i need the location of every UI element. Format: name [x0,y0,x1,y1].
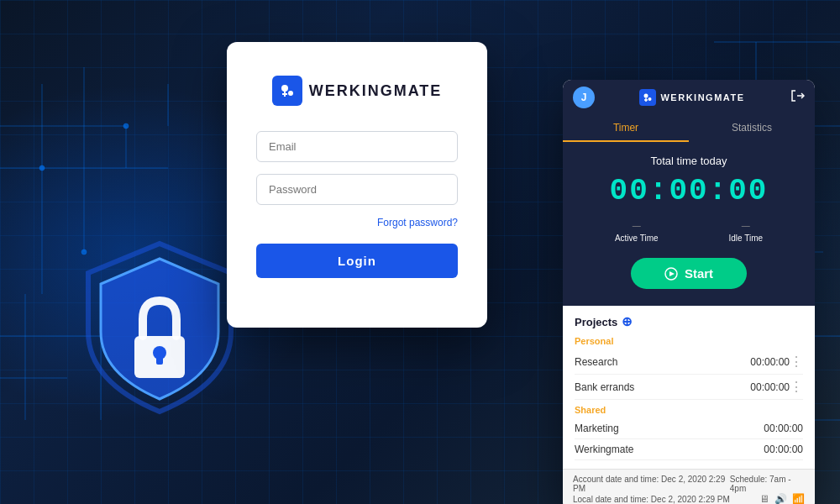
shield-icon [67,235,252,420]
logo-area: WERKINGMATE [272,76,443,106]
widget-header: J WERKINGMATE [563,80,815,115]
footer-account-time: Account date and time: Dec 2, 2020 2:29 … [573,475,730,493]
active-time-value: — [633,221,641,230]
project-row-research: Research 00:00:00 ⋮ [575,349,803,375]
project-row-marketing: Marketing 00:00:00 [575,418,803,439]
tab-timer[interactable]: Timer [563,115,689,142]
total-time-label: Total time today [580,155,798,167]
start-button-label: Start [685,266,713,281]
svg-point-30 [644,94,648,98]
projects-section: Projects ⊕ Personal Research 00:00:00 ⋮ … [563,306,815,469]
svg-point-26 [281,85,288,92]
speaker-icon: 🔊 [774,493,787,504]
active-time-label: Active Time [615,234,659,243]
widget-logo: WERKINGMATE [639,89,744,106]
timer-display: 00:00:00 [580,174,798,208]
svg-marker-36 [669,271,675,276]
svg-point-31 [648,97,652,101]
project-row-bank: Bank errands 00:00:00 ⋮ [575,375,803,400]
project-time-marketing: 00:00:00 [764,423,803,434]
project-time-werkingmate: 00:00:00 [764,444,803,455]
timer-stats: — Active Time — Idle Time [580,221,798,243]
project-menu-bank[interactable]: ⋮ [790,379,803,395]
forgot-password-link[interactable]: Forgot password? [377,217,458,228]
category-shared: Shared [575,405,803,415]
projects-header: Projects ⊕ [575,314,803,329]
footer-local-time: Local date and time: Dec 2, 2020 2:29 PM [573,495,730,504]
email-field[interactable] [256,131,458,162]
category-personal: Personal [575,336,803,346]
user-avatar: J [573,87,595,108]
footer-icons: 🖥 🔊 📶 [759,493,805,504]
project-time-bank: 00:00:00 [750,381,790,393]
timer-section: Total time today 00:00:00 — Active Time … [563,142,815,306]
monitor-icon: 🖥 [759,493,769,504]
login-button[interactable]: Login [256,244,458,278]
logo-icon [272,76,302,106]
password-field[interactable] [256,174,458,205]
app-widget: J WERKINGMATE Timer Statistics [563,80,815,504]
local-datetime-label: Local date and time: [573,495,651,504]
projects-label: Projects [575,316,617,328]
idle-time-stat: — Idle Time [728,221,763,243]
footer-row-2: Local date and time: Dec 2, 2020 2:29 PM… [573,493,805,504]
project-name-bank: Bank errands [575,381,750,393]
widget-tabs: Timer Statistics [563,115,815,142]
svg-point-27 [288,91,293,96]
schedule-value: Schedule: 7am - 4pm [730,475,805,493]
project-name-marketing: Marketing [575,423,764,434]
project-menu-research[interactable]: ⋮ [790,354,803,370]
project-name-werkingmate: Werkingmate [575,444,764,455]
idle-time-label: Idle Time [728,234,763,243]
local-datetime: Dec 2, 2020 2:29 PM [651,495,730,504]
tab-statistics[interactable]: Statistics [689,115,815,142]
widget-logo-icon [639,89,656,106]
project-row-werkingmate: Werkingmate 00:00:00 [575,439,803,460]
account-datetime-label: Account date and time: [573,475,661,484]
widget-footer: Account date and time: Dec 2, 2020 2:29 … [563,469,815,504]
footer-row-1: Account date and time: Dec 2, 2020 2:29 … [573,475,805,493]
widget-logo-text: WERKINGMATE [660,92,744,102]
logout-icon[interactable] [790,88,805,108]
svg-rect-25 [156,353,163,365]
start-button[interactable]: Start [631,258,747,289]
idle-time-value: — [742,221,750,230]
login-card: WERKINGMATE Forgot password? Login [227,42,487,328]
wifi-icon: 📶 [792,493,805,504]
active-time-stat: — Active Time [615,221,659,243]
project-time-research: 00:00:00 [750,356,790,368]
project-name-research: Research [575,356,750,368]
add-project-icon[interactable]: ⊕ [622,314,633,329]
logo-text: WERKINGMATE [309,82,443,100]
